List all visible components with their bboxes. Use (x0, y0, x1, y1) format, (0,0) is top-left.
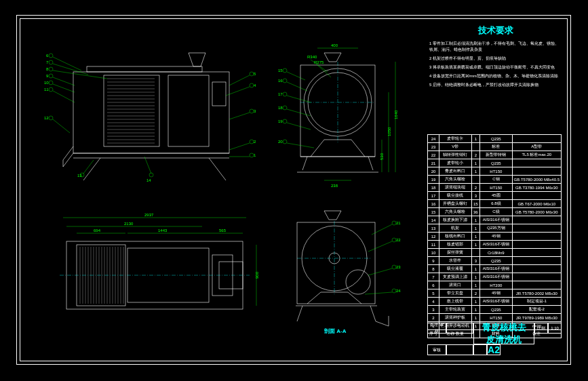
bom-row: 18滚筒端块端2HT150GB.T3780-1994 M6x30 (428, 184, 562, 192)
svg-text:24: 24 (396, 289, 401, 293)
svg-point-103 (283, 92, 287, 96)
tech-requirements: 技术要求 1 零件加工制后必须清洗刷油干净，不得有毛刺、飞边、氧化皮、锈蚀、铁屑… (429, 24, 562, 91)
balloon-group-left: 6 7 8 9 10 11 12 13 14 (44, 54, 153, 182)
svg-text:1443: 1443 (158, 228, 168, 233)
svg-line-51 (83, 160, 94, 174)
bom-row: 16开槽盘头螺钉156.8级GB.T67-2000 M6x10 (428, 200, 562, 208)
svg-text:694: 694 (94, 228, 101, 233)
section-view: 剖面 A-A 21 22 23 24 (296, 211, 401, 334)
bom-row: 15六角头螺栓36C级GB.T5780-2000 M6x30 (428, 208, 562, 216)
bom-row: 10探丝弹簧Cr18Mn9 (428, 249, 562, 257)
svg-text:7: 7 (46, 60, 49, 64)
svg-text:14: 14 (146, 178, 151, 182)
svg-line-80 (368, 157, 373, 170)
svg-line-48 (53, 119, 70, 133)
end-elevation-view: 400 R340 R275 1640 1050 530 238 15 16 17… (278, 43, 398, 188)
svg-line-108 (287, 123, 311, 129)
bom-row: 9水管件3Q235 (428, 257, 562, 265)
svg-line-66 (229, 143, 250, 150)
svg-text:8: 8 (46, 67, 49, 71)
bom-row: 3主带轮装置1Q235配套项-2 (428, 306, 562, 314)
svg-text:16: 16 (278, 79, 283, 83)
plan-view: 2937 2130 694 1443 565 900 (60, 213, 259, 309)
svg-text:剖面 A-A: 剖面 A-A (324, 328, 347, 334)
svg-line-86 (317, 65, 331, 77)
bom-row: 22轴转弹性销钉2新型带转钢TL5 标准max.20 (428, 151, 562, 159)
svg-rect-24 (212, 82, 226, 106)
svg-line-28 (83, 158, 100, 180)
svg-text:19: 19 (278, 119, 283, 123)
svg-point-40 (49, 74, 53, 78)
req-item: 3 将承板装填某类载荷或承载、端口顶边旋动平衡舵弯、不真大同变色 (429, 64, 562, 71)
svg-rect-23 (168, 75, 209, 146)
svg-text:1: 1 (254, 153, 256, 157)
svg-line-158 (370, 306, 376, 321)
svg-text:3: 3 (254, 109, 256, 113)
svg-line-102 (287, 96, 311, 102)
bom-row: 2滚筒种护板1HT150JR.T9789-1989 M8x30 (428, 314, 562, 322)
bom-row: 20青皮出料口1HT150 (428, 167, 562, 176)
svg-line-29 (209, 158, 226, 180)
requirements-title: 技术要求 (429, 24, 562, 37)
svg-marker-25 (189, 53, 205, 66)
svg-text:17: 17 (278, 92, 283, 96)
svg-text:1050: 1050 (387, 127, 391, 136)
svg-point-34 (49, 60, 53, 64)
svg-text:9: 9 (46, 74, 49, 78)
title-block: 处理 审核 青皮核桃去 皮清洗机 比例 1:10 审核 A2 (427, 323, 562, 355)
svg-text:4: 4 (254, 83, 256, 87)
svg-point-100 (283, 79, 287, 83)
svg-text:R275: R275 (314, 60, 324, 64)
svg-line-30 (53, 57, 81, 71)
svg-marker-149 (324, 211, 341, 220)
svg-text:900: 900 (255, 271, 259, 279)
svg-rect-1 (87, 66, 202, 72)
svg-line-57 (229, 75, 250, 85)
svg-line-105 (287, 109, 311, 116)
svg-point-31 (49, 54, 53, 58)
svg-rect-2 (104, 75, 159, 146)
svg-text:22: 22 (396, 238, 401, 242)
svg-text:10: 10 (44, 81, 49, 85)
bom-row: 11核皮链部1AISI316不锈钢 (428, 241, 562, 249)
balloon-group-mid: 5 4 3 2 1 (226, 72, 256, 157)
req-item: 5 启停、结绝调整时务必断电，严禁打改动故障开关清除换物 (429, 82, 562, 88)
bom-table: 24皮带轮卡1Q23523V带标准A型带22轴转弹性销钉2新型带转钢TL5 标准… (427, 134, 562, 338)
svg-line-157 (297, 306, 302, 321)
svg-point-112 (283, 140, 287, 144)
bom-row: 13机架1Q235方钢 (428, 224, 562, 233)
svg-text:2937: 2937 (144, 213, 154, 217)
bom-row: 14核皮换附下滤1AISI316不锈钢 (428, 216, 562, 224)
bom-row: 17吸尘接线345圆 (428, 192, 562, 200)
svg-text:565: 565 (219, 228, 227, 233)
bom-row: 8吸尘液覆1AISI316不锈钢 (428, 265, 562, 273)
svg-text:11: 11 (44, 87, 49, 92)
svg-line-39 (53, 77, 75, 85)
svg-marker-72 (324, 53, 341, 62)
svg-text:400: 400 (331, 43, 338, 47)
req-item: 2 机架过桥件不得有明显、剪、切痕等缺陷 (429, 56, 562, 62)
svg-point-37 (49, 67, 53, 71)
svg-text:530: 530 (380, 153, 384, 160)
svg-text:13: 13 (77, 174, 82, 178)
svg-line-96 (287, 72, 305, 80)
bom-row: 21皮带轮小1Q235 (428, 159, 562, 167)
svg-point-109 (283, 119, 287, 123)
svg-line-54 (144, 157, 151, 174)
svg-line-169 (365, 292, 392, 294)
svg-line-42 (53, 84, 75, 92)
svg-text:2130: 2130 (124, 222, 134, 226)
svg-point-97 (283, 68, 287, 73)
svg-line-45 (53, 91, 75, 102)
svg-point-49 (49, 116, 53, 120)
svg-point-106 (283, 106, 287, 110)
req-item: 1 零件加工制后必须清洗刷油干净，不得有毛刺、飞边、氧化皮、锈蚀、铁屑、油污、蜡… (429, 41, 562, 53)
svg-text:R340: R340 (307, 55, 317, 59)
svg-line-160 (372, 224, 392, 235)
svg-text:12: 12 (44, 116, 49, 120)
drawing-title-1: 青皮核桃去 (482, 321, 526, 334)
bom-row: 6滚筒口1HT200 (428, 281, 562, 289)
bom-row: 23V带标准A型带 (428, 143, 562, 151)
svg-text:2: 2 (254, 140, 256, 144)
svg-text:23: 23 (396, 265, 401, 269)
